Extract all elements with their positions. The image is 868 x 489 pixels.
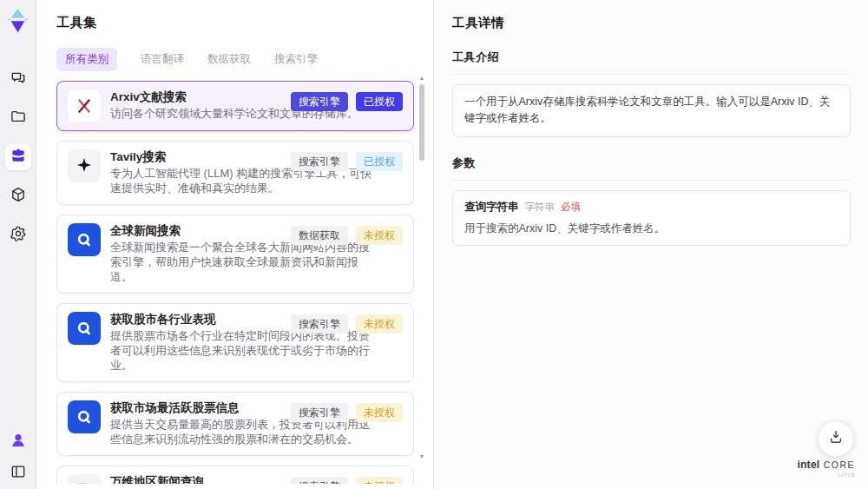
tool-badges: 数据获取 未授权 xyxy=(291,226,403,245)
scrollbar: ▲ ▼ xyxy=(418,75,426,460)
param-name: 查询字符串 xyxy=(464,200,519,215)
tool-auth-badge: 未授权 xyxy=(356,226,403,245)
sidebar-item-chat[interactable] xyxy=(5,66,31,92)
sidebar-item-tools[interactable] xyxy=(5,144,31,170)
collapse-panel-icon[interactable] xyxy=(10,463,27,484)
tool-auth-badge: 未授权 xyxy=(356,477,403,484)
core-brand-text: CORE xyxy=(824,459,855,470)
params-section: 参数 查询字符串 字符串 必填 用于搜索的Arxiv ID、关键字或作者姓名。 xyxy=(452,155,851,246)
cube-icon xyxy=(10,186,27,207)
tool-desc: 提供股票市场各个行业在特定时间段内的表现。投资者可以利用这些信息来识别表现优于或… xyxy=(110,329,372,373)
sidebar-nav xyxy=(5,66,31,248)
tool-list-panel: 工具集 所有类别 语言翻译 数据获取 搜索引擎 Arxiv文献搜索 访问各个研究… xyxy=(36,0,434,489)
sidebar xyxy=(0,0,36,489)
tool-card[interactable]: 全球新闻搜索 全球新闻搜索是一个聚合全球各大新闻网站内容的搜索引擎，帮助用户快速… xyxy=(56,215,414,294)
sidebar-item-plugins[interactable] xyxy=(5,183,31,209)
toolbox-icon xyxy=(10,147,27,168)
sidebar-item-settings[interactable] xyxy=(5,222,31,248)
intel-core-logo: intel CORE Ultra xyxy=(798,456,856,479)
tool-list: Arxiv文献搜索 访问各个研究领域大量科学论文和文章的存储库。 搜索引擎 已授… xyxy=(56,81,414,484)
magnifier-q-logo xyxy=(68,223,101,256)
tool-badges: 搜索引擎 已授权 xyxy=(291,152,403,171)
tool-category-badge: 搜索引擎 xyxy=(291,403,348,422)
tool-intro-text: 一个用于从Arxiv存储库搜索科学论文和文章的工具。输入可以是Arxiv ID、… xyxy=(452,84,851,137)
news-building xyxy=(68,474,101,484)
scrollbar-thumb[interactable] xyxy=(419,84,424,161)
tool-auth-badge: 已授权 xyxy=(356,92,403,111)
tab-data-acquisition[interactable]: 数据获取 xyxy=(207,52,251,67)
param-desc: 用于搜索的Arxiv ID、关键字或作者姓名。 xyxy=(464,221,838,236)
tool-category-badge: 搜索引擎 xyxy=(291,152,348,171)
tavily-star xyxy=(68,149,101,182)
gear-icon xyxy=(10,225,27,246)
tool-category-badge: 数据获取 xyxy=(291,226,348,245)
ultra-brand-text: Ultra xyxy=(798,472,856,479)
magnifier-q-logo xyxy=(68,312,101,345)
sidebar-bottom xyxy=(10,432,27,484)
params-section-label: 参数 xyxy=(452,155,851,181)
tool-badges: 搜索引擎 未授权 xyxy=(291,314,403,334)
tool-card[interactable]: Tavily搜索 专为人工智能代理 (LLM) 构建的搜索引擎工具，可快速提供实… xyxy=(56,141,414,205)
app-window: 工具集 所有类别 语言翻译 数据获取 搜索引擎 Arxiv文献搜索 访问各个研究… xyxy=(0,0,868,489)
tool-badges: 搜索引擎 已授权 xyxy=(291,92,403,111)
magnifier-q-logo xyxy=(68,400,101,433)
param-type: 字符串 xyxy=(525,201,556,214)
tab-all-categories[interactable]: 所有类别 xyxy=(56,48,117,71)
intro-section-label: 工具介绍 xyxy=(452,50,851,75)
tab-search-engine[interactable]: 搜索引擎 xyxy=(274,52,318,67)
tool-card[interactable]: Arxiv文献搜索 访问各个研究领域大量科学论文和文章的存储库。 搜索引擎 已授… xyxy=(56,81,414,131)
tool-badges: 搜索引擎 未授权 xyxy=(291,477,403,484)
param-head: 查询字符串 字符串 必填 xyxy=(464,200,838,215)
tool-card[interactable]: 万维地区新闻查询 查询具体行政区划内的新闻，快速了解各地新闻动 搜索引擎 未授权 xyxy=(56,466,414,484)
tool-badges: 搜索引擎 未授权 xyxy=(291,403,403,422)
page-title: 工具集 xyxy=(56,15,414,31)
tool-auth-badge: 未授权 xyxy=(356,403,403,422)
sidebar-item-files[interactable] xyxy=(5,105,31,131)
tool-category-badge: 搜索引擎 xyxy=(291,92,348,111)
tool-card[interactable]: 获取市场最活跃股票信息 提供当天交易量最高的股票列表，投资者可以利用这些信息来识… xyxy=(56,392,414,456)
param-required-badge: 必填 xyxy=(561,201,581,214)
category-tabs: 所有类别 语言翻译 数据获取 搜索引擎 xyxy=(56,48,414,71)
chat-icon xyxy=(10,69,27,89)
arxiv-logo xyxy=(68,89,101,122)
scroll-down-arrow[interactable]: ▼ xyxy=(418,453,426,460)
app-logo-icon xyxy=(6,8,30,34)
tool-auth-badge: 未授权 xyxy=(356,314,403,334)
scroll-up-arrow[interactable]: ▲ xyxy=(418,75,426,82)
tool-detail-panel: 工具详情 工具介绍 一个用于从Arxiv存储库搜索科学论文和文章的工具。输入可以… xyxy=(435,0,868,489)
download-button[interactable] xyxy=(818,420,854,457)
param-card: 查询字符串 字符串 必填 用于搜索的Arxiv ID、关键字或作者姓名。 xyxy=(452,190,851,246)
tool-category-badge: 搜索引擎 xyxy=(291,314,348,334)
user-avatar[interactable] xyxy=(10,432,27,453)
tool-desc: 全球新闻搜索是一个聚合全球各大新闻网站内容的搜索引擎，帮助用户快速获取全球最新资… xyxy=(110,241,372,285)
intel-brand-text: intel xyxy=(798,459,820,471)
tool-card[interactable]: 获取股市各行业表现 提供股票市场各个行业在特定时间段内的表现。投资者可以利用这些… xyxy=(56,303,414,382)
folder-icon xyxy=(10,108,27,129)
intro-section: 工具介绍 一个用于从Arxiv存储库搜索科学论文和文章的工具。输入可以是Arxi… xyxy=(452,50,851,137)
tool-category-badge: 搜索引擎 xyxy=(291,477,348,484)
tool-auth-badge: 已授权 xyxy=(356,152,403,171)
tool-desc: 提供当天交易量最高的股票列表，投资者可以利用这些信息来识别流动性强的股票和潜在的… xyxy=(110,418,372,447)
tab-language-translation[interactable]: 语言翻译 xyxy=(141,52,184,67)
tool-desc: 专为人工智能代理 (LLM) 构建的搜索引擎工具，可快速提供实时、准确和真实的结… xyxy=(110,167,372,196)
download-icon xyxy=(827,428,845,449)
detail-title: 工具详情 xyxy=(452,15,851,31)
